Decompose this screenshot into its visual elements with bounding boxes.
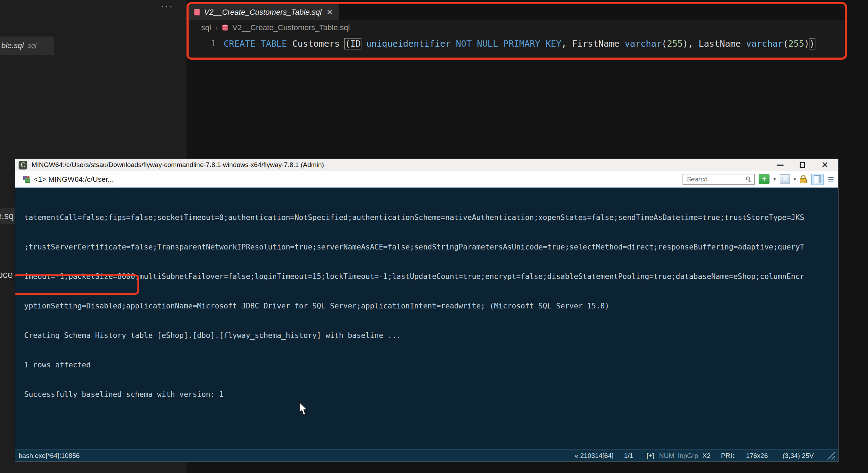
- code-token-cursor: (ID: [345, 39, 361, 49]
- status-priority: PRI↕: [721, 452, 735, 460]
- close-tab-icon[interactable]: ✕: [327, 8, 333, 16]
- code-token: [361, 39, 366, 49]
- resize-grip[interactable]: [826, 452, 835, 460]
- chevron-down-icon[interactable]: ▾: [773, 176, 776, 182]
- terminal-output-line: yptionSetting=Disabled;applicationName=M…: [24, 301, 838, 311]
- mouse-cursor: [299, 402, 308, 416]
- terminal-output[interactable]: tatementCall=false;fips=false;socketTime…: [15, 188, 838, 449]
- lock-icon[interactable]: [800, 175, 807, 184]
- background-tab-language: sql: [28, 42, 36, 49]
- terminal-output-line: Successfully baselined schema with versi…: [24, 389, 838, 399]
- code-token: , FirstName: [561, 39, 625, 49]
- background-partial-text: roce: [0, 269, 13, 280]
- terminal-output-line: ;trustServerCertificate=false;Transparen…: [24, 242, 838, 252]
- terminal-status-bar: bash.exe[*64]:10856 « 210314[64] 1/1 [+]…: [15, 449, 838, 461]
- breadcrumb-file[interactable]: V2__Create_Customers_Table.sql: [232, 23, 350, 32]
- close-icon[interactable]: ✕: [821, 161, 828, 169]
- code-token: Customers: [287, 39, 345, 49]
- tab-v2-create-customers-table[interactable]: V2__Create_Customers_Table.sql ✕: [189, 4, 339, 20]
- background-editor-tab[interactable]: ble.sql sql: [0, 36, 54, 55]
- terminal-toolbar: + ▾ ▾ ≡: [683, 174, 835, 185]
- database-file-icon: [194, 8, 201, 16]
- terminal-output-line: 1 rows affected: [24, 360, 838, 370]
- terminal-output-line: Creating Schema History table [eShop].[d…: [24, 331, 838, 340]
- status-process-info: bash.exe[*64]:10856: [19, 452, 80, 460]
- window-controls: ✕: [777, 161, 828, 169]
- conemu-app-icon: C: [19, 161, 27, 169]
- mingw-shell-icon: [23, 176, 30, 183]
- status-x2: X2: [702, 452, 710, 460]
- search-icon: [745, 176, 752, 182]
- code-token: CREATE TABLE: [224, 39, 287, 49]
- background-partial-filename: e.sq: [0, 211, 14, 221]
- code-token: varchar: [746, 39, 783, 49]
- code-token: (: [783, 39, 788, 49]
- code-line-1[interactable]: 1 CREATE TABLE Customers (ID uniqueident…: [189, 36, 845, 51]
- terminal-window-title: MINGW64:/c/Users/stsau/Downloads/flyway-…: [32, 161, 777, 169]
- status-numlock: NUM: [659, 452, 674, 460]
- hamburger-menu-icon[interactable]: ≡: [828, 174, 834, 185]
- search-input[interactable]: [686, 175, 745, 184]
- chevron-right-icon: ›: [215, 24, 218, 32]
- breadcrumb[interactable]: sql › V2__Create_Customers_Table.sql: [201, 23, 350, 32]
- status-plus-flag: [+]: [646, 452, 654, 460]
- screen: ··· ble.sql sql e.sq roce V2__Create_Cus…: [0, 0, 868, 473]
- status-cursor-pos: (3,34) 25V: [782, 452, 814, 460]
- code-token: [450, 39, 456, 49]
- code-token: NOT NULL PRIMARY KEY: [456, 39, 561, 49]
- editor-tab-bar: V2__Create_Customers_Table.sql ✕: [189, 4, 845, 20]
- panel-toggle-button[interactable]: [811, 174, 824, 185]
- code-token: ): [804, 39, 809, 49]
- terminal-blank-line: [24, 419, 838, 429]
- code-token-bracket-match: ): [809, 39, 815, 49]
- tab-title: V2__Create_Customers_Table.sql: [204, 8, 322, 17]
- console-tab-label: <1> MINGW64:/c/User...: [34, 175, 114, 184]
- terminal-output-line: imeout=-1;packetSize=8000;multiSubnetFai…: [24, 272, 838, 281]
- code-token: uniqueidentifier: [366, 39, 450, 49]
- editor-highlight-region: V2__Create_Customers_Table.sql ✕ sql › V…: [187, 2, 847, 60]
- line-number: 1: [189, 39, 224, 48]
- status-console-size: 176x26: [746, 452, 768, 460]
- new-console-button[interactable]: +: [759, 174, 769, 184]
- console-tab-1[interactable]: <1> MINGW64:/c/User...: [18, 173, 119, 186]
- breadcrumb-root[interactable]: sql: [201, 23, 211, 32]
- background-tab-label: ble.sql: [1, 41, 24, 50]
- status-tab-count: 1/1: [624, 452, 633, 460]
- console-window-button[interactable]: [780, 174, 790, 184]
- terminal-title-bar[interactable]: C MINGW64:/c/Users/stsau/Downloads/flywa…: [15, 159, 838, 171]
- code-token: ), LastName: [683, 39, 746, 49]
- minimize-icon[interactable]: [777, 165, 784, 166]
- chevron-down-icon[interactable]: ▾: [794, 176, 796, 182]
- status-inpgrp: InpGrp: [678, 452, 698, 460]
- editor-actions-ellipsis[interactable]: ···: [161, 1, 174, 12]
- status-right-cluster: « 210314[64] 1/1 [+] NUM InpGrp X2 PRI↕ …: [575, 452, 835, 460]
- status-build: « 210314[64]: [575, 452, 613, 460]
- code-token: 255: [788, 39, 804, 49]
- terminal-output-line: tatementCall=false;fips=false;socketTime…: [24, 213, 838, 222]
- database-file-icon: [222, 24, 228, 31]
- code-token: 255: [667, 39, 683, 49]
- terminal-tab-row: <1> MINGW64:/c/User... + ▾ ▾ ≡: [15, 171, 838, 188]
- terminal-window: C MINGW64:/c/Users/stsau/Downloads/flywa…: [15, 159, 839, 462]
- search-box[interactable]: [683, 174, 755, 185]
- maximize-icon[interactable]: [800, 162, 805, 168]
- code-token: varchar: [625, 39, 662, 49]
- code-token: (: [662, 39, 667, 49]
